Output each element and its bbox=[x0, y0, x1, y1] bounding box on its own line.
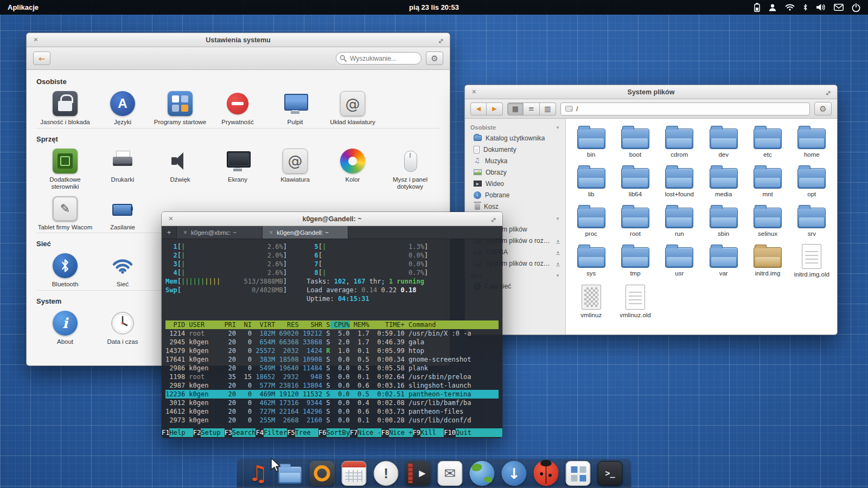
settings-item-bluetooth[interactable]: Bluetooth bbox=[36, 253, 94, 288]
sidebar-item-pobrane[interactable]: Pobrane bbox=[465, 189, 565, 201]
settings-item-data-i-czas[interactable]: Data i czas bbox=[94, 311, 151, 346]
settings-item-mysz-i-panel-dotykowy[interactable]: Mysz i panel dotykowy bbox=[381, 149, 439, 191]
dock-item-browser[interactable] bbox=[470, 461, 495, 486]
sidebar-item-obrazy[interactable]: Obrazy bbox=[465, 166, 565, 178]
fkey-F7[interactable]: F7 bbox=[350, 428, 358, 437]
close-icon[interactable] bbox=[167, 214, 175, 223]
battery-icon[interactable] bbox=[754, 3, 760, 12]
wifi-icon[interactable] bbox=[785, 4, 795, 11]
fkey-label-F8[interactable]: Nice + bbox=[389, 428, 412, 437]
file-entry-cdrom[interactable]: cdrom bbox=[659, 125, 700, 158]
htop-process-row[interactable]: 1214 root 20 0 182M 69020 19212 S 5.0 1.… bbox=[165, 329, 499, 338]
forward-button[interactable]: ▶ bbox=[487, 102, 503, 115]
back-button[interactable]: ← bbox=[33, 52, 50, 65]
applications-menu[interactable]: Aplikacje bbox=[0, 0, 46, 15]
maximize-icon[interactable] bbox=[824, 88, 832, 97]
settings-item-prywatno[interactable]: Prywatność bbox=[209, 91, 266, 126]
fkey-label-F6[interactable]: SortBy bbox=[327, 428, 350, 437]
fkey-label-F7[interactable]: Nice - bbox=[358, 428, 381, 437]
grid-view-button[interactable] bbox=[507, 102, 524, 115]
user-icon[interactable] bbox=[768, 3, 777, 12]
close-icon[interactable] bbox=[470, 87, 478, 96]
file-entry-vmlinuz-old[interactable]: vmlinuz.old bbox=[614, 285, 656, 318]
settings-item-tablet-firmy-wacom[interactable]: Tablet firmy Wacom bbox=[36, 196, 94, 232]
fkey-F1[interactable]: F1 bbox=[162, 428, 169, 437]
file-entry-sys[interactable]: sys bbox=[570, 244, 612, 278]
fkey-F9[interactable]: F9 bbox=[413, 428, 420, 437]
file-entry-etc[interactable]: etc bbox=[746, 125, 788, 158]
file-entry-initrd-img-old[interactable]: initrd.img.old bbox=[791, 244, 833, 278]
file-entry-proc[interactable]: proc bbox=[570, 204, 612, 237]
fkey-label-F10[interactable]: Quit bbox=[456, 428, 502, 437]
file-entry-vmlinuz[interactable]: vmlinuz bbox=[570, 285, 612, 318]
htop-process-row[interactable]: 12236 k0gen 20 0 469M 19120 11532 S 0.0 … bbox=[165, 390, 499, 399]
file-entry-lib[interactable]: lib bbox=[570, 165, 612, 197]
file-entry-root[interactable]: root bbox=[614, 204, 656, 237]
dock-item-alert[interactable] bbox=[374, 461, 399, 486]
settings-item-j-zyki[interactable]: Języki bbox=[94, 91, 151, 126]
fkey-label-F4[interactable]: Filter bbox=[264, 428, 287, 437]
close-icon[interactable] bbox=[31, 35, 40, 44]
sidebar-item-kosz[interactable]: Kosz bbox=[465, 201, 565, 212]
file-entry-tmp[interactable]: tmp bbox=[614, 244, 656, 278]
eject-icon[interactable] bbox=[556, 238, 560, 243]
file-entry-lib64[interactable]: lib64 bbox=[614, 165, 656, 197]
settings-item-drukarki[interactable]: Drukarki bbox=[94, 149, 151, 191]
htop-process-row[interactable]: 2987 k0gen 20 0 577M 23816 13804 S 0.0 0… bbox=[165, 381, 499, 390]
settings-item-programy-startowe[interactable]: Programy startowe bbox=[151, 91, 209, 126]
htop-process-row[interactable]: 2945 k0gen 20 0 654M 66368 33868 S 2.0 1… bbox=[165, 338, 499, 346]
sidebar-item-wideo[interactable]: Wideo bbox=[465, 178, 565, 189]
close-tab-icon[interactable] bbox=[183, 229, 187, 236]
panel-clock[interactable]: pią 23 lis 20:53 bbox=[409, 3, 459, 11]
settings-item-jasno-i-blokada[interactable]: Jasność i blokada bbox=[36, 91, 94, 126]
file-entry-srv[interactable]: srv bbox=[791, 204, 833, 237]
fkey-F10[interactable]: F10 bbox=[444, 428, 456, 437]
fkey-label-F1[interactable]: Help bbox=[169, 428, 193, 437]
sidebar-item-dokumenty[interactable]: Dokumenty bbox=[465, 144, 565, 155]
settings-titlebar[interactable]: Ustawienia systemu bbox=[27, 33, 450, 47]
file-entry-home[interactable]: home bbox=[791, 125, 833, 158]
file-entry-sbin[interactable]: sbin bbox=[703, 204, 744, 237]
dock-item-mail[interactable] bbox=[438, 461, 463, 486]
file-entry-usr[interactable]: usr bbox=[659, 244, 700, 278]
file-entry-lost-found[interactable]: lost+found bbox=[659, 165, 700, 197]
files-titlebar[interactable]: System plików bbox=[465, 85, 837, 99]
search-input[interactable] bbox=[336, 52, 422, 65]
maximize-icon[interactable] bbox=[436, 36, 445, 44]
fkey-F3[interactable]: F3 bbox=[225, 428, 232, 437]
path-bar[interactable]: / bbox=[560, 102, 810, 115]
fkey-label-F3[interactable]: Search bbox=[232, 428, 256, 437]
terminal-titlebar[interactable]: k0gen@Gandell: ~ bbox=[162, 212, 502, 226]
dock-item-bug[interactable] bbox=[534, 461, 559, 486]
dock-item-photos[interactable] bbox=[310, 461, 335, 486]
maximize-icon[interactable] bbox=[489, 215, 497, 223]
terminal-tab-k0gen-gandell[interactable]: k0gen@Gandell: ~ bbox=[263, 226, 348, 239]
file-entry-media[interactable]: media bbox=[703, 165, 744, 197]
file-entry-bin[interactable]: bin bbox=[570, 125, 612, 158]
chevron-down-icon[interactable] bbox=[556, 216, 560, 221]
dock-item-apps[interactable] bbox=[566, 461, 591, 486]
htop-process-row[interactable]: 14379 k0gen 20 0 25572 2032 1424 R 1.0 0… bbox=[165, 346, 499, 355]
terminal-tab-k0gen-xbmc[interactable]: k0gen@xbmc: ~ bbox=[177, 226, 263, 239]
gear-icon[interactable] bbox=[814, 102, 832, 115]
bluetooth-icon[interactable] bbox=[803, 3, 808, 11]
sidebar-item-muzyka[interactable]: Muzyka bbox=[465, 155, 565, 166]
fkey-label-F2[interactable]: Setup bbox=[201, 428, 224, 437]
settings-item-pulpit[interactable]: Pulpit bbox=[266, 91, 324, 126]
close-tab-icon[interactable] bbox=[269, 229, 273, 236]
fkey-F4[interactable]: F4 bbox=[256, 428, 263, 437]
htop-process-row[interactable]: 17641 k0gen 20 0 383M 18508 10908 S 0.0 … bbox=[165, 355, 499, 364]
file-entry-initrd-img[interactable]: initrd.img bbox=[746, 244, 788, 278]
settings-item-kolor[interactable]: Kolor bbox=[324, 149, 381, 191]
gear-icon[interactable] bbox=[426, 52, 443, 65]
file-entry-run[interactable]: run bbox=[659, 204, 700, 237]
volume-icon[interactable] bbox=[816, 3, 826, 11]
sidebar-item-katalog-u-ytkownika[interactable]: Katalog użytkownika bbox=[465, 132, 565, 144]
settings-item-zasilanie[interactable]: Zasilanie bbox=[94, 196, 151, 232]
dock-item-videos[interactable] bbox=[406, 461, 431, 486]
htop-header[interactable]: PID USER PRI NI VIRT RES SHR S CPU% MEM%… bbox=[165, 320, 499, 329]
file-entry-selinux[interactable]: selinux bbox=[746, 204, 788, 237]
file-entry-opt[interactable]: opt bbox=[791, 165, 833, 197]
settings-item-uk-ad-klawiatury[interactable]: Układ klawiatury bbox=[324, 91, 381, 126]
fkey-label-F5[interactable]: Tree bbox=[295, 428, 318, 437]
